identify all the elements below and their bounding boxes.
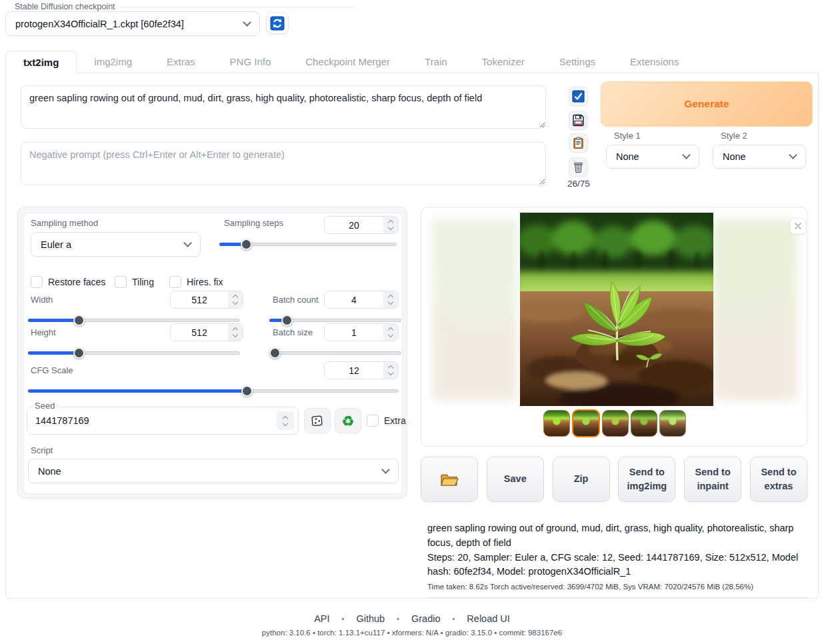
open-folder-button[interactable] — [421, 457, 478, 502]
hires-fix-label: Hires. fix — [187, 277, 223, 287]
tab-img2img[interactable]: img2img — [77, 51, 149, 73]
info-performance-text: Time taken: 8.62s Torch active/reserved:… — [427, 583, 806, 591]
tab-extensions[interactable]: Extensions — [613, 51, 696, 73]
sampling-method-select[interactable]: Euler a — [31, 232, 201, 257]
batch-size-value[interactable] — [325, 324, 383, 341]
generation-settings-inner: Sampling method Euler a Sampling steps R… — [23, 213, 403, 494]
sampling-steps-value[interactable] — [325, 217, 383, 233]
chevron-down-icon — [381, 465, 390, 474]
info-params-text: Steps: 20, Sampler: Euler a, CFG scale: … — [427, 551, 806, 580]
checkmark-icon — [572, 90, 585, 103]
style2-value: None — [723, 151, 790, 162]
batch-size-slider[interactable] — [269, 347, 401, 358]
folder-icon — [440, 471, 459, 487]
restore-faces-checkbox[interactable]: Restore faces — [31, 276, 105, 288]
generated-image[interactable] — [520, 213, 713, 406]
seed-value[interactable] — [27, 407, 277, 434]
stepper-arrows[interactable] — [383, 217, 398, 233]
footer-link-github[interactable]: Github — [356, 613, 385, 624]
tab-checkpoint-merger[interactable]: Checkpoint Merger — [288, 51, 407, 73]
random-seed-button[interactable] — [304, 408, 331, 433]
footer-bullet: • — [342, 615, 345, 623]
stepper-arrows[interactable] — [228, 324, 243, 341]
width-value[interactable] — [171, 291, 228, 308]
send-to-extras-button[interactable]: Send to extras — [750, 457, 807, 502]
footer-link-reload-ui[interactable]: Reload UI — [467, 613, 509, 624]
trash-icon — [572, 161, 585, 173]
gallery-next-preview — [712, 219, 797, 401]
close-gallery-button[interactable] — [790, 218, 806, 234]
close-icon — [794, 222, 802, 230]
refresh-checkpoints-button[interactable] — [266, 12, 289, 34]
txt2img-panel: green sapling rowing out of ground, mud,… — [5, 73, 819, 599]
hires-fix-checkbox[interactable]: Hires. fix — [169, 276, 223, 288]
floppy-disk-icon — [572, 114, 585, 127]
tiling-checkbox[interactable]: Tiling — [115, 276, 154, 288]
footer-bullet: • — [397, 615, 399, 623]
height-value[interactable] — [171, 324, 228, 341]
save-button[interactable]: Save — [487, 457, 544, 502]
stepper-arrows[interactable] — [383, 362, 398, 379]
thumbnail-2-selected[interactable] — [572, 409, 600, 437]
zip-button[interactable]: Zip — [553, 457, 610, 502]
tab-png-info[interactable]: PNG Info — [213, 51, 289, 73]
stepper-arrows[interactable] — [383, 324, 398, 341]
paste-params-button[interactable] — [569, 133, 588, 153]
tab-txt2img[interactable]: txt2img — [5, 51, 77, 73]
apply-style-button[interactable] — [569, 87, 588, 106]
tab-extras[interactable]: Extras — [149, 51, 213, 73]
style2-label: Style 2 — [721, 131, 747, 141]
style1-value: None — [616, 151, 683, 162]
batch-count-label: Batch count — [273, 295, 319, 305]
sampling-method-label: Sampling method — [31, 218, 98, 228]
seed-input[interactable] — [27, 407, 299, 435]
sampling-steps-input[interactable] — [324, 216, 399, 234]
thumbnail-4[interactable] — [631, 410, 657, 437]
negative-prompt-input[interactable] — [21, 142, 546, 185]
footer-links: API • Github • Gradio • Reload UI — [0, 613, 824, 624]
footer-link-gradio[interactable]: Gradio — [411, 613, 441, 624]
footer-link-api[interactable]: API — [314, 613, 329, 624]
send-to-inpaint-button[interactable]: Send to inpaint — [684, 457, 741, 502]
generate-button[interactable]: Generate — [601, 81, 813, 127]
extra-seed-checkbox[interactable]: Extra — [367, 415, 406, 427]
gallery-actions: Save Zip Send to img2img Send to inpaint… — [421, 457, 807, 502]
thumbnail-5[interactable] — [659, 410, 686, 437]
batch-count-input[interactable] — [324, 291, 399, 309]
tab-tokenizer[interactable]: Tokenizer — [465, 51, 542, 73]
cfg-scale-value[interactable] — [325, 362, 383, 379]
chevron-down-icon — [243, 18, 251, 27]
stepper-arrows[interactable] — [277, 411, 294, 430]
height-input[interactable] — [170, 323, 243, 341]
height-slider[interactable] — [28, 347, 240, 358]
prompt-input[interactable]: green sapling rowing out of ground, mud,… — [21, 85, 546, 129]
main-tabbar: txt2img img2img Extras PNG Info Checkpoi… — [5, 51, 819, 73]
info-prompt-text: green sapling rowing out of ground, mud,… — [427, 521, 806, 551]
stepper-arrows[interactable] — [383, 291, 398, 308]
thumbnail-3[interactable] — [602, 410, 629, 437]
checkpoint-select[interactable]: protogenX34OfficialR_1.ckpt [60fe2f34] — [5, 11, 260, 36]
send-to-img2img-button[interactable]: Send to img2img — [618, 457, 675, 502]
style2-select[interactable]: None — [713, 145, 806, 169]
width-input[interactable] — [170, 291, 243, 309]
recycle-icon: ♻ — [342, 414, 355, 428]
sampling-steps-slider[interactable] — [219, 239, 397, 249]
thumbnail-1[interactable] — [543, 410, 570, 437]
gallery-prev-preview — [432, 219, 517, 401]
cfg-scale-slider[interactable] — [28, 385, 399, 396]
cfg-scale-input[interactable] — [324, 361, 399, 379]
script-value: None — [38, 466, 383, 477]
chevron-down-icon — [682, 151, 691, 159]
stepper-arrows[interactable] — [228, 291, 243, 308]
script-select[interactable]: None — [28, 459, 399, 483]
save-style-button[interactable] — [569, 111, 588, 130]
tab-train[interactable]: Train — [407, 51, 465, 73]
style1-select[interactable]: None — [606, 145, 699, 169]
chevron-down-icon — [183, 239, 192, 247]
batch-count-value[interactable] — [325, 291, 383, 308]
tab-settings[interactable]: Settings — [542, 51, 613, 73]
clear-prompt-button[interactable] — [569, 157, 588, 177]
reuse-seed-button[interactable]: ♻ — [335, 408, 361, 433]
batch-size-input[interactable] — [324, 323, 399, 341]
footer-bullet: • — [453, 615, 455, 623]
